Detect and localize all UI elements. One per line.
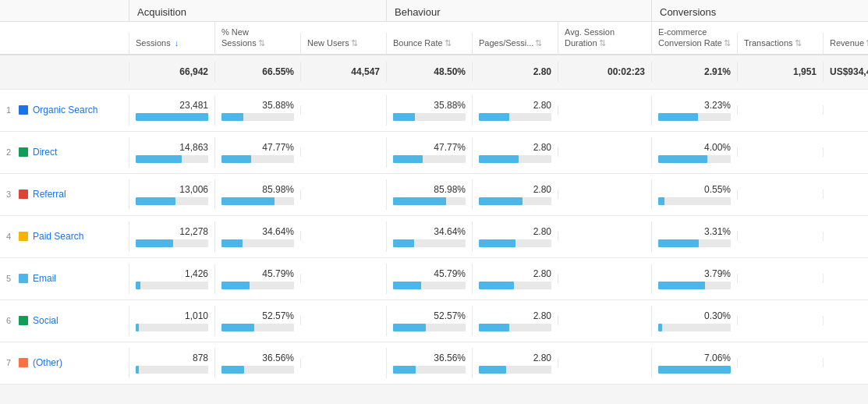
new-sessions-value: 45.79% [221, 268, 294, 279]
cell-avg-session [558, 190, 651, 199]
bounce-bar-track [393, 366, 466, 374]
sessions-bar-fill [136, 155, 182, 163]
channel-link[interactable]: Email [33, 273, 56, 284]
cell-avg-session [558, 105, 651, 115]
col-header-revenue[interactable]: Revenue⇅ [823, 33, 868, 53]
sessions-bar-track [136, 155, 208, 163]
pages-value: 2.80 [479, 100, 551, 111]
cell-sessions: 14,863 [129, 137, 214, 168]
cell-revenue [823, 316, 868, 325]
cell-revenue [823, 190, 868, 199]
col-header-label [0, 44, 129, 54]
cell-bounce: 47.77% [386, 137, 472, 168]
new-sessions-bar-fill [221, 239, 243, 247]
new-sessions-value: 47.77% [221, 142, 294, 153]
cell-sessions: 1,010 [129, 306, 214, 336]
bounce-value: 52.57% [393, 310, 466, 321]
new-sessions-bar-track [221, 113, 294, 121]
bounce-bar-track [393, 282, 466, 289]
col-header-pages[interactable]: Pages/Sessi...⇅ [472, 33, 558, 53]
channel-link[interactable]: Organic Search [33, 105, 97, 115]
cell-pages: 2.80 [472, 306, 558, 336]
channel-link[interactable]: (Other) [33, 357, 62, 368]
ecomm-value: 7.06% [658, 353, 731, 363]
sort-icon-new-users: ⇅ [351, 38, 358, 48]
sessions-bar-fill [136, 282, 140, 289]
row-number: 2 [6, 147, 14, 157]
analytics-table: Acquisition Behaviour Conversions Sessio… [0, 0, 868, 385]
bounce-bar-fill [393, 324, 426, 331]
ecomm-value: 3.31% [658, 226, 731, 237]
cell-avg-session [558, 147, 651, 157]
cell-ecomm: 0.30% [651, 306, 737, 336]
ecomm-bar-fill [658, 366, 731, 374]
ecomm-value: 0.55% [658, 184, 731, 195]
cell-pages: 2.80 [472, 95, 558, 126]
col-header-new-sessions[interactable]: % New Sessions⇅ [214, 22, 300, 54]
cell-avg-session [558, 358, 651, 367]
pages-bar-fill [479, 282, 514, 289]
cell-bounce: 35.88% [386, 95, 472, 126]
channel-color-dot [19, 147, 28, 157]
channel-color-dot [19, 316, 28, 325]
pages-bar-fill [479, 239, 515, 247]
col-header-ecomm[interactable]: E-commerce Conversion Rate⇅ [651, 22, 737, 54]
col-header-sessions[interactable]: Sessions ↓ [129, 33, 214, 53]
col-header-new-users[interactable]: New Users⇅ [300, 33, 386, 53]
new-sessions-bar-track [221, 239, 294, 247]
cell-new-users [300, 274, 386, 283]
cell-bounce: 85.98% [386, 179, 472, 210]
bounce-value: 36.56% [393, 353, 466, 363]
sort-icon-new-sessions: ⇅ [258, 38, 265, 48]
sort-icon-avg: ⇅ [599, 38, 606, 48]
totals-label [0, 67, 129, 76]
cell-new-sessions: 34.64% [214, 221, 300, 252]
cell-pages: 2.80 [472, 179, 558, 210]
cell-new-users [300, 232, 386, 241]
bounce-bar-fill [393, 113, 415, 121]
col-header-transactions[interactable]: Transactions⇅ [737, 33, 823, 53]
channel-link[interactable]: Referral [33, 189, 66, 200]
totals-avg-session: 00:02:23 [558, 62, 651, 82]
cell-revenue [823, 232, 868, 241]
data-rows-container: 1 Organic Search 23,481 35.88% 35.88% 2.… [0, 90, 868, 385]
col-header-bounce[interactable]: Bounce Rate⇅ [386, 33, 472, 53]
cell-ecomm: 3.31% [651, 221, 737, 252]
ecomm-value: 3.23% [658, 100, 731, 111]
new-sessions-value: 85.98% [221, 184, 294, 195]
bounce-bar-fill [393, 282, 421, 289]
pages-bar-track [479, 324, 551, 331]
bounce-value: 35.88% [393, 100, 466, 111]
channel-link[interactable]: Social [33, 315, 58, 326]
row-number: 4 [6, 232, 14, 241]
totals-pages: 2.80 [472, 62, 558, 82]
row-number: 1 [6, 105, 14, 115]
new-sessions-bar-fill [221, 197, 275, 205]
cell-new-sessions: 36.56% [214, 348, 300, 378]
row-label: 4 Paid Search [0, 226, 129, 246]
totals-sessions: 66,942 [129, 62, 214, 82]
cell-transactions [737, 190, 823, 199]
sessions-bar-fill [136, 197, 175, 205]
new-sessions-bar-fill [221, 282, 250, 289]
col-header-avg-session[interactable]: Avg. Session Duration⇅ [558, 22, 651, 54]
row-label-spacer [0, 0, 129, 21]
new-sessions-bar-fill [221, 324, 254, 331]
cell-pages: 2.80 [472, 264, 558, 294]
sessions-value: 14,863 [136, 142, 208, 153]
section-headers: Acquisition Behaviour Conversions [0, 0, 868, 22]
pages-bar-track [479, 239, 551, 247]
ecomm-bar-track [658, 366, 731, 374]
sessions-bar-fill [136, 324, 139, 331]
channel-link[interactable]: Direct [33, 147, 57, 158]
column-headers: Sessions ↓ % New Sessions⇅ New Users⇅ Bo… [0, 22, 868, 55]
channel-link[interactable]: Paid Search [33, 231, 83, 242]
pages-bar-fill [479, 197, 523, 205]
bounce-value: 34.64% [393, 226, 466, 237]
totals-new-users: 44,547 [300, 62, 386, 82]
pages-value: 2.80 [479, 353, 551, 363]
cell-new-users [300, 358, 386, 367]
pages-bar-fill [479, 113, 509, 121]
cell-ecomm: 0.55% [651, 179, 737, 210]
ecomm-bar-fill [658, 113, 698, 121]
